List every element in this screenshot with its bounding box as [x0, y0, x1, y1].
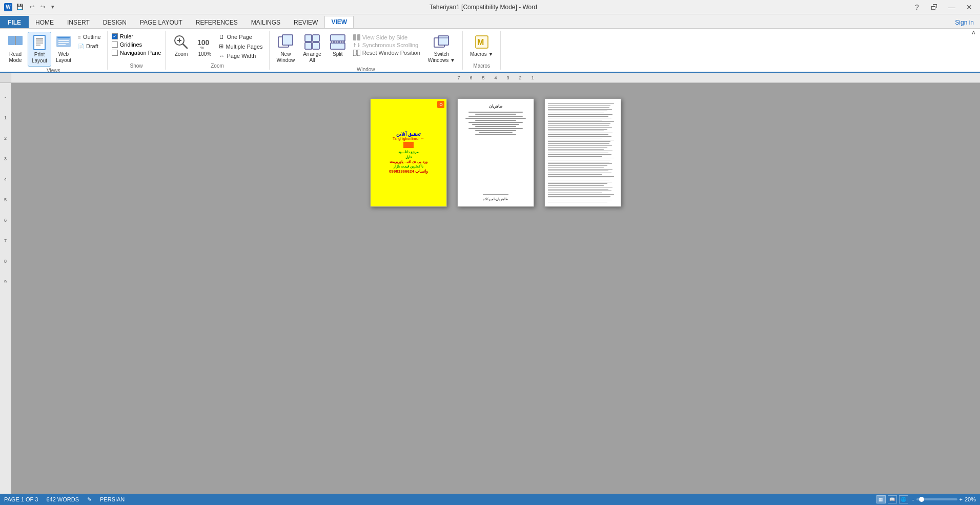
read-mode-btn[interactable]: ReadMode: [4, 32, 27, 66]
print-layout-label: PrintLayout: [32, 52, 47, 64]
macros-group-label: Macros: [473, 62, 490, 69]
p3-line-33: [548, 163, 612, 164]
help-btn[interactable]: ?: [910, 2, 924, 12]
vruler-dash: -: [0, 87, 11, 108]
split-label: Split: [333, 51, 342, 57]
web-layout-icon: [55, 34, 72, 50]
status-bar-right: ▦ 📖 🌐 - + 20%: [876, 495, 976, 503]
p3-line-3: [548, 109, 612, 110]
line7: [472, 124, 519, 125]
zoom-btn[interactable]: Zoom: [170, 32, 192, 59]
undo-btn[interactable]: ↩: [28, 3, 36, 11]
tab-home[interactable]: HOME: [29, 16, 60, 28]
outline-btn[interactable]: ≡ Outline: [76, 33, 103, 41]
print-layout-btn[interactable]: PrintLayout: [28, 32, 51, 67]
restore-btn[interactable]: 🗗: [928, 2, 941, 12]
view-side-by-side-btn[interactable]: View Side by Side: [351, 34, 423, 41]
p3-line-23: [548, 145, 612, 146]
vruler-2: 2: [0, 128, 11, 149]
tab-mailings[interactable]: MAILINGS: [244, 16, 287, 28]
ribbon-collapse-btn[interactable]: ∧: [971, 29, 976, 36]
page-3: (function() { const container = document…: [544, 98, 621, 207]
window-title: Taheriyan1 [Compatibility Mode] - Word: [56, 4, 910, 11]
one-page-btn[interactable]: 🗋 One Page: [217, 33, 264, 41]
svg-marker-32: [354, 43, 356, 45]
window-group-label: Window: [357, 66, 375, 72]
p3-line-1: [548, 106, 610, 106]
tab-review[interactable]: REVIEW: [287, 16, 324, 28]
draft-btn[interactable]: 📄 Draft: [76, 42, 103, 50]
page1-content: ⚙ تحقیق آنلاین Tahghighonline.ir ← مرجع …: [371, 99, 446, 206]
p3-line-20: [548, 140, 614, 140]
page1-text4: با کمترین قیمت بازار: [394, 164, 423, 169]
sign-in-btn[interactable]: Sign in: [949, 17, 980, 28]
redo-btn[interactable]: ↪: [38, 3, 47, 11]
draft-icon: 📄: [78, 44, 84, 49]
zoom-icon: [173, 34, 189, 50]
arrange-all-btn[interactable]: ArrangeAll: [300, 32, 324, 66]
switch-windows-btn[interactable]: SwitchWindows ▼: [425, 32, 458, 66]
zoom-minus-btn[interactable]: -: [912, 496, 914, 502]
synchronous-scrolling-btn[interactable]: Synchronous Scrolling: [351, 41, 423, 49]
p3-line-29: [548, 156, 602, 157]
svg-rect-23: [305, 43, 312, 49]
zoom-plus-btn[interactable]: +: [959, 496, 963, 502]
p3-line-49: [548, 193, 602, 193]
reset-window-position-btn[interactable]: Reset Window Position: [351, 49, 423, 56]
p3-line-28: [548, 154, 611, 155]
tab-design[interactable]: DESIGN: [96, 16, 133, 28]
customize-quick-access[interactable]: ▾: [49, 3, 56, 11]
new-window-btn[interactable]: NewWindow: [274, 32, 298, 66]
vruler-5: 5: [0, 190, 11, 210]
macros-group-content: M Macros ▼: [467, 32, 496, 62]
p3-line-16: [548, 133, 612, 133]
tab-insert[interactable]: INSERT: [60, 16, 96, 28]
save-quick-btn[interactable]: 💾: [14, 3, 26, 11]
one-page-icon: 🗋: [219, 34, 224, 40]
zoom-slider[interactable]: [916, 498, 957, 500]
web-view-status-btn[interactable]: 🌐: [899, 495, 908, 503]
p3-line-8: [548, 118, 611, 118]
p3-line-9: [548, 120, 602, 120]
p3-line-38: [548, 173, 611, 173]
reading-view-status-btn[interactable]: 📖: [888, 495, 897, 503]
navigation-pane-checkbox[interactable]: Navigation Pane: [112, 49, 161, 56]
tab-view[interactable]: VIEW: [324, 16, 354, 28]
gridlines-checkbox-box: [112, 41, 118, 48]
switch-windows-icon: [433, 34, 450, 50]
title-bar-left: W 💾 ↩ ↪ ▾: [4, 3, 56, 11]
show-checkboxes: ✓ Ruler Gridlines Navigation Pane: [112, 32, 161, 56]
tab-page-layout[interactable]: PAGE LAYOUT: [133, 16, 189, 28]
p3-line-52: [548, 198, 609, 198]
p3-line-43: [548, 182, 612, 182]
p3-line-25: [548, 149, 604, 150]
zoom-group: Zoom 100% 100% 🗋 One Page ⊞ Multiple P: [166, 31, 269, 70]
vruler-6: 6: [0, 210, 11, 230]
page-width-btn[interactable]: ↔ Page Width: [217, 52, 264, 60]
zoom-100-btn[interactable]: 100% 100%: [193, 32, 216, 59]
gridlines-checkbox[interactable]: Gridlines: [112, 41, 161, 48]
macros-btn[interactable]: M Macros ▼: [467, 32, 496, 59]
svg-rect-24: [313, 43, 319, 49]
split-btn[interactable]: Split: [326, 32, 349, 59]
view-side-by-side-label: View Side by Side: [362, 34, 407, 40]
ruler-checkbox[interactable]: ✓ Ruler: [112, 33, 161, 40]
print-view-status-btn[interactable]: ▦: [876, 495, 886, 503]
minimize-btn[interactable]: —: [945, 2, 958, 12]
word-app-icon: W: [4, 3, 12, 11]
ruler-num-3: 3: [502, 75, 514, 80]
web-layout-btn[interactable]: WebLayout: [52, 32, 75, 66]
document-area[interactable]: ⚙ تحقیق آنلاین Tahghighonline.ir ← مرجع …: [11, 83, 980, 494]
page1-phone: واتساپ 09981366624: [389, 169, 428, 174]
tab-references[interactable]: REFERENCES: [189, 16, 244, 28]
read-mode-icon: [7, 34, 24, 50]
close-btn[interactable]: ✕: [963, 2, 976, 12]
proofing-icon[interactable]: ✎: [87, 496, 92, 503]
multiple-pages-btn[interactable]: ⊞ Multiple Pages: [217, 42, 264, 51]
show-group: ✓ Ruler Gridlines Navigation Pane Show: [108, 31, 166, 70]
gridlines-label: Gridlines: [120, 41, 142, 48]
arrange-all-icon: [304, 34, 320, 50]
nav-pane-label: Navigation Pane: [120, 50, 161, 56]
tab-file[interactable]: FILE: [0, 16, 29, 28]
ruler-num-1: 1: [526, 75, 539, 80]
